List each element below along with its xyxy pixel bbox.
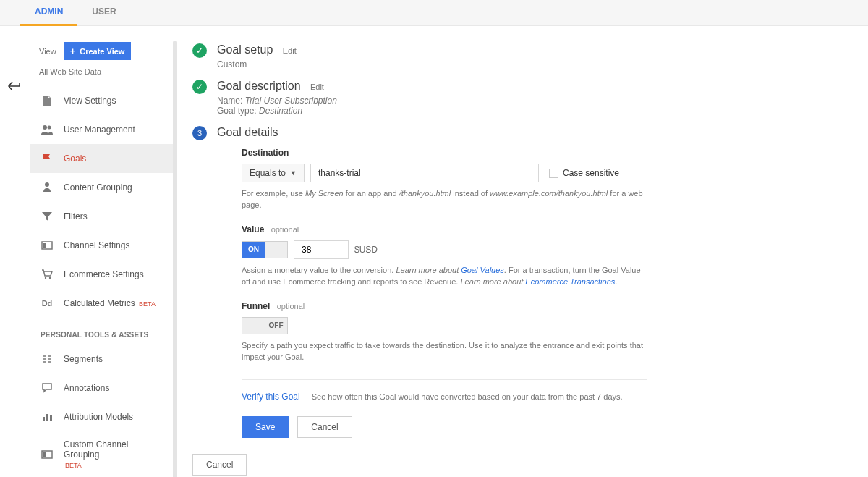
caret-down-icon: ▼ — [290, 169, 297, 177]
beta-badge: BETA — [65, 462, 82, 469]
segments-icon — [41, 353, 54, 366]
document-icon — [41, 94, 54, 107]
ecommerce-transactions-link[interactable]: Ecommerce Transactions — [525, 277, 615, 286]
sidebar-item-label: Filters — [64, 211, 88, 221]
svg-rect-9 — [50, 415, 52, 421]
optional-label: optional — [271, 225, 299, 234]
check-icon: ✓ — [192, 43, 207, 58]
type-label: Goal type: — [217, 106, 259, 116]
dd-icon: Dd — [41, 297, 54, 310]
svg-rect-11 — [43, 452, 46, 457]
channel-icon — [41, 448, 54, 461]
name-label: Name: — [217, 96, 245, 106]
tab-user[interactable]: USER — [77, 0, 130, 26]
destination-input[interactable] — [310, 164, 539, 182]
sidebar-item-user-management[interactable]: User Management — [30, 115, 175, 144]
view-label: View — [39, 47, 56, 56]
step-title: Goal setup — [217, 43, 273, 56]
back-button[interactable] — [7, 80, 23, 93]
step-subtitle: Custom — [217, 59, 297, 69]
funnel-section: Funnel optional OFF Specify a path you e… — [242, 301, 647, 363]
svg-rect-7 — [43, 417, 45, 421]
funnel-help: Specify a path you expect traffic to tak… — [242, 340, 647, 363]
funnel-toggle[interactable]: OFF — [242, 317, 288, 334]
save-button[interactable]: Save — [242, 416, 289, 438]
sidebar-item-label: User Management — [64, 124, 135, 135]
name-value: Trial User Subscribption — [245, 96, 337, 106]
sidebar-item-annotations[interactable]: Annotations — [30, 373, 175, 402]
top-tabs: ADMIN USER — [0, 0, 868, 26]
outer-cancel-button[interactable]: Cancel — [192, 454, 247, 476]
cancel-button[interactable]: Cancel — [297, 416, 352, 438]
sidebar-item-label: Custom Channel Grouping — [64, 439, 128, 460]
goal-values-link[interactable]: Goal Values — [461, 266, 504, 274]
step-goal-details: 3 Goal details Destination Equals to ▼ — [192, 126, 832, 438]
edit-link[interactable]: Edit — [310, 83, 324, 91]
toggle-off: OFF — [265, 318, 287, 334]
sidebar-item-segments[interactable]: Segments — [30, 345, 175, 373]
beta-badge: BETA — [139, 300, 156, 308]
step-number-icon: 3 — [192, 126, 207, 140]
sidebar-item-label: Segments — [64, 354, 103, 364]
check-icon: ✓ — [192, 80, 207, 94]
funnel-icon — [41, 210, 54, 223]
svg-rect-4 — [43, 243, 46, 248]
funnel-label: Funnel — [242, 301, 270, 311]
sidebar-item-label: View Settings — [64, 96, 116, 106]
sidebar-item-label: Goals — [64, 153, 86, 164]
sidebar-item-label: Annotations — [64, 383, 109, 393]
sidebar-item-label: Calculated Metrics — [64, 298, 135, 308]
view-name: All Web Site Data — [30, 67, 175, 86]
optional-label: optional — [277, 302, 305, 311]
comment-icon — [41, 381, 54, 394]
sidebar-item-label: Content Grouping — [64, 182, 132, 193]
sidebar-item-calculated-metrics[interactable]: Dd Calculated Metrics BETA — [30, 289, 175, 318]
edit-link[interactable]: Edit — [283, 46, 297, 55]
svg-point-2 — [45, 182, 49, 187]
toggle-on: ON — [242, 242, 265, 258]
step-title: Goal details — [217, 126, 278, 138]
value-section: Value optional ON $USD Assig — [242, 224, 647, 288]
person-star-icon — [41, 181, 54, 194]
plus-icon: + — [70, 46, 76, 56]
currency-label: $USD — [354, 245, 378, 255]
case-sensitive-label: Case sensitive — [563, 168, 619, 178]
verify-row: Verify this Goal See how often this Goal… — [242, 379, 647, 402]
value-toggle[interactable]: ON — [242, 241, 288, 258]
sidebar-item-attribution-models[interactable]: Attribution Models — [30, 402, 175, 431]
sidebar-item-label: Attribution Models — [64, 412, 133, 422]
value-help: Assign a monetary value to the conversio… — [242, 265, 647, 288]
step-title: Goal description — [217, 80, 301, 92]
main-content: ✓ Goal setup Edit Custom ✓ Goal descript… — [175, 26, 868, 477]
svg-point-5 — [45, 277, 46, 279]
sidebar-item-content-grouping[interactable]: Content Grouping — [30, 173, 175, 202]
verify-goal-link[interactable]: Verify this Goal — [242, 392, 300, 402]
svg-point-6 — [49, 277, 51, 279]
sidebar-item-view-settings[interactable]: View Settings — [30, 86, 175, 115]
destination-section: Destination Equals to ▼ Case sensitive — [242, 148, 647, 211]
create-view-label: Create View — [80, 47, 124, 56]
tab-admin[interactable]: ADMIN — [20, 0, 77, 26]
match-type-dropdown[interactable]: Equals to ▼ — [242, 164, 305, 182]
bars-icon — [41, 410, 54, 423]
sidebar-item-label: Ecommerce Settings — [64, 269, 144, 279]
type-value: Destination — [259, 106, 302, 116]
sidebar-item-channel-settings[interactable]: Channel Settings — [30, 231, 175, 260]
sidebar-item-filters[interactable]: Filters — [30, 202, 175, 231]
destination-help: For example, use My Screen for an app an… — [242, 188, 647, 211]
toggle-on — [242, 318, 265, 334]
flag-icon — [41, 152, 54, 165]
sidebar-item-ecommerce-settings[interactable]: Ecommerce Settings — [30, 260, 175, 289]
checkbox-icon — [549, 169, 558, 178]
sidebar-item-label: Channel Settings — [64, 240, 129, 250]
sidebar-item-goals[interactable]: Goals — [30, 144, 175, 173]
create-view-button[interactable]: + Create View — [64, 42, 132, 60]
value-input[interactable] — [294, 240, 349, 259]
value-label: Value — [242, 224, 264, 235]
case-sensitive-checkbox[interactable]: Case sensitive — [549, 168, 619, 178]
cart-icon — [41, 268, 54, 281]
sidebar-item-custom-channel-grouping[interactable]: Custom Channel Grouping BETA — [30, 431, 175, 477]
step-goal-description: ✓ Goal description Edit Name: Trial User… — [192, 80, 832, 116]
match-type-value: Equals to — [250, 168, 286, 178]
verify-description: See how often this Goal would have conve… — [312, 392, 623, 401]
